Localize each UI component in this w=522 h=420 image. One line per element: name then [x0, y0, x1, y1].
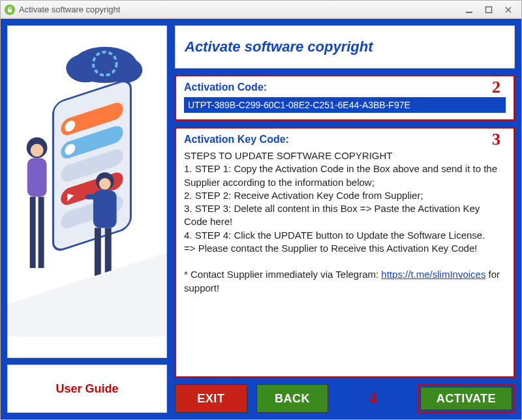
- svg-rect-2: [486, 7, 492, 12]
- window-title: Activate software copyright: [19, 5, 464, 14]
- exit-button[interactable]: EXIT: [175, 384, 247, 413]
- lock-icon: [5, 5, 15, 15]
- activation-key-textarea[interactable]: STEPS TO UPDATE SOFTWARE COPYRIGHT 1. ST…: [184, 149, 506, 370]
- svg-point-8: [106, 57, 143, 83]
- step-marker-3: 3: [492, 130, 500, 149]
- maximize-button[interactable]: [484, 5, 494, 15]
- activate-highlight: ACTIVATE: [418, 384, 515, 413]
- svg-point-25: [99, 178, 111, 190]
- svg-rect-0: [8, 9, 12, 12]
- page-header: Activate software copyright: [175, 25, 515, 68]
- button-row: EXIT BACK 4 ACTIVATE: [175, 384, 515, 413]
- activation-code-section: 2 Activation Code:: [175, 75, 515, 121]
- minimize-button[interactable]: [464, 5, 474, 15]
- right-column: Activate software copyright 2 Activation…: [175, 25, 515, 413]
- page-title: Activate software copyright: [185, 38, 373, 55]
- svg-rect-21: [27, 158, 47, 197]
- client-area: User Guide Activate software copyright 2…: [1, 19, 521, 419]
- svg-point-20: [31, 144, 44, 157]
- step-marker-4: 4: [337, 384, 408, 413]
- user-guide-button[interactable]: User Guide: [7, 365, 167, 413]
- svg-rect-27: [85, 194, 97, 200]
- back-button[interactable]: BACK: [256, 384, 329, 413]
- svg-rect-23: [38, 197, 44, 268]
- activate-button[interactable]: ACTIVATE: [420, 387, 512, 410]
- titlebar: Activate software copyright: [1, 1, 521, 19]
- telegram-link[interactable]: https://t.me/slimInvoices: [381, 269, 485, 280]
- window-controls: [464, 5, 517, 15]
- step-marker-2: 2: [492, 78, 500, 97]
- app-window: Activate software copyright: [0, 0, 522, 420]
- close-button[interactable]: [503, 5, 514, 15]
- activation-code-input[interactable]: [184, 97, 506, 113]
- user-guide-label: User Guide: [55, 382, 118, 396]
- left-column: User Guide: [7, 25, 167, 413]
- activation-key-section: 3 Activation Key Code: STEPS TO UPDATE S…: [175, 127, 515, 378]
- svg-rect-22: [30, 197, 36, 268]
- activation-key-label: Activation Key Code:: [184, 134, 506, 145]
- activation-code-label: Activation Code:: [184, 82, 506, 93]
- svg-rect-1: [466, 12, 472, 13]
- illustration-image: [7, 25, 167, 358]
- svg-point-7: [66, 54, 105, 83]
